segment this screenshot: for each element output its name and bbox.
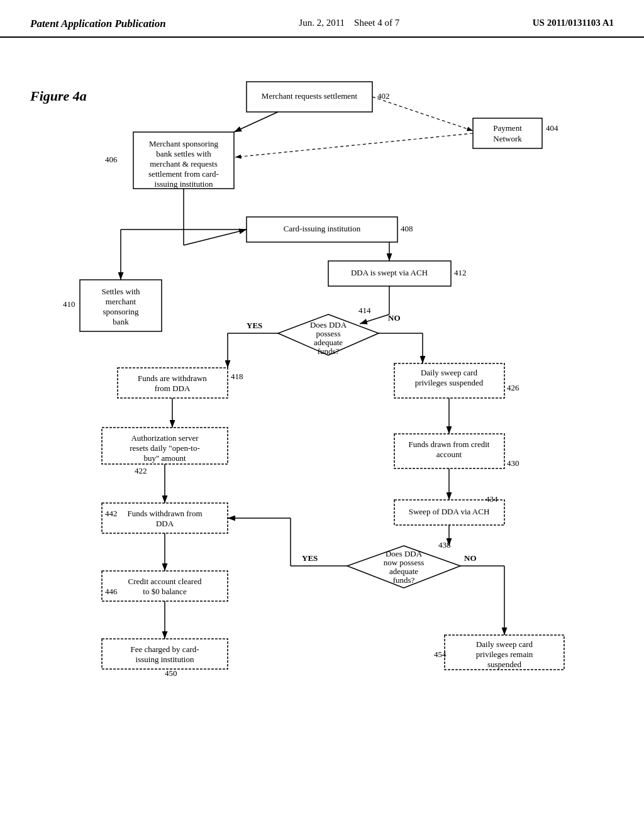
date-sheet: Jun. 2, 2011 Sheet 4 of 7 [299, 18, 399, 28]
sheet: Sheet 4 of 7 [354, 18, 399, 28]
svg-text:Authorization server: Authorization server [131, 433, 199, 443]
svg-text:buy" amount: buy" amount [143, 453, 186, 463]
svg-text:now possess: now possess [384, 558, 425, 567]
svg-text:adequate: adequate [314, 338, 343, 347]
svg-text:Does DDA: Does DDA [310, 320, 347, 329]
svg-text:410: 410 [63, 299, 75, 309]
diagram-svg: Merchant requests settlement 402 Payment… [39, 63, 605, 799]
svg-text:Daily sweep card: Daily sweep card [476, 639, 533, 649]
svg-text:Fee charged by card-: Fee charged by card- [130, 645, 199, 654]
svg-text:suspended: suspended [487, 660, 522, 669]
svg-text:from DDA: from DDA [155, 384, 191, 393]
svg-text:Funds withdrawn from: Funds withdrawn from [127, 509, 202, 518]
svg-text:adequate: adequate [389, 567, 418, 576]
svg-text:Settles with: Settles with [101, 287, 140, 296]
svg-text:Funds drawn from credit: Funds drawn from credit [409, 440, 490, 449]
svg-line-41 [360, 314, 389, 324]
svg-text:Sweep of DDA via ACH: Sweep of DDA via ACH [409, 507, 490, 516]
svg-line-17 [235, 133, 473, 157]
svg-text:issuing institution: issuing institution [155, 179, 213, 189]
svg-text:Card-issuing institution: Card-issuing institution [284, 224, 361, 233]
svg-text:to $0 balance: to $0 balance [143, 587, 187, 596]
svg-text:privileges remain: privileges remain [476, 650, 533, 659]
svg-text:Merchant requests settlement: Merchant requests settlement [262, 91, 358, 101]
svg-text:Daily sweep card: Daily sweep card [421, 368, 478, 377]
svg-text:422: 422 [135, 466, 147, 475]
svg-text:418: 418 [231, 372, 243, 381]
svg-text:bank settles with: bank settles with [156, 149, 211, 158]
svg-text:430: 430 [507, 458, 519, 468]
svg-text:issuing institution: issuing institution [136, 655, 194, 664]
svg-line-16 [234, 112, 278, 132]
svg-text:sponsoring: sponsoring [103, 307, 139, 316]
patent-number: US 2011/0131103 A1 [533, 18, 614, 28]
svg-text:414: 414 [358, 306, 371, 315]
svg-text:454: 454 [434, 650, 447, 659]
svg-text:Network: Network [493, 134, 522, 143]
svg-line-8 [372, 97, 473, 131]
flowchart: Merchant requests settlement 402 Payment… [39, 63, 605, 799]
svg-text:DDA is swept via ACH: DDA is swept via ACH [351, 268, 428, 277]
svg-text:442: 442 [105, 509, 118, 518]
svg-text:YES: YES [302, 553, 318, 563]
svg-text:Credit account cleared: Credit account cleared [128, 577, 202, 586]
main-content: Figure 4a Merchant requests settlement 4… [0, 38, 644, 811]
svg-text:426: 426 [507, 383, 519, 392]
svg-text:Does DDA: Does DDA [386, 549, 423, 558]
svg-text:450: 450 [165, 668, 177, 678]
svg-text:funds?: funds? [318, 346, 340, 356]
svg-text:merchant: merchant [106, 297, 136, 306]
page-header: Patent Application Publication Jun. 2, 2… [0, 0, 644, 38]
svg-text:NO: NO [388, 313, 401, 323]
svg-text:YES: YES [247, 321, 262, 330]
svg-text:bank: bank [113, 317, 129, 326]
svg-text:merchant & requests: merchant & requests [150, 159, 218, 169]
svg-text:404: 404 [546, 123, 558, 133]
svg-text:DDA: DDA [156, 519, 174, 528]
svg-text:privileges suspended: privileges suspended [415, 378, 484, 387]
svg-text:Payment: Payment [493, 123, 522, 133]
svg-text:408: 408 [401, 224, 413, 233]
svg-text:funds?: funds? [393, 575, 415, 585]
svg-text:possess: possess [316, 329, 340, 338]
svg-text:settlement from card-: settlement from card- [148, 169, 219, 179]
svg-text:NO: NO [464, 553, 477, 563]
svg-text:resets daily "open-to-: resets daily "open-to- [130, 443, 199, 453]
svg-line-22 [184, 230, 247, 245]
svg-text:446: 446 [105, 587, 118, 596]
svg-text:Funds are withdrawn: Funds are withdrawn [138, 374, 207, 383]
svg-text:account: account [436, 450, 462, 459]
svg-text:Merchant sponsoring: Merchant sponsoring [149, 139, 219, 148]
svg-text:412: 412 [454, 268, 467, 277]
date: Jun. 2, 2011 [299, 18, 345, 28]
svg-text:406: 406 [105, 155, 118, 164]
publication-label: Patent Application Publication [30, 18, 166, 30]
svg-text:434: 434 [486, 494, 498, 504]
